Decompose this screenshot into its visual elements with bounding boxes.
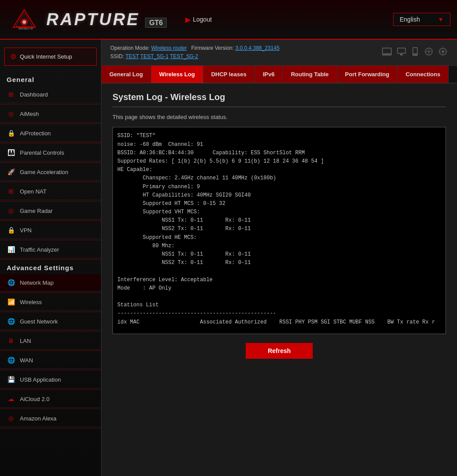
sidebar-item-label: AiCloud 2.0 (20, 396, 49, 402)
sidebar-item-aimesh[interactable]: ◎ AiMesh (0, 105, 101, 123)
device-icon (397, 48, 406, 56)
open-nat-icon: ⊞ (7, 188, 15, 195)
sidebar-item-wireless[interactable]: 📶 Wireless (0, 294, 101, 311)
light-icon (424, 47, 433, 56)
divider (0, 182, 101, 182)
tab-label: IPv6 (263, 71, 275, 78)
sidebar-item-label: WAN (20, 357, 33, 364)
sidebar-item-label: Game Radar (20, 208, 52, 214)
sidebar-item-game-radar[interactable]: ◎ Game Radar (0, 202, 101, 219)
op-mode-label: Operation Mode: (110, 45, 151, 51)
sidebar-item-game-acceleration[interactable]: 🚀 Game Acceleration (0, 164, 101, 181)
tab-label: Routing Table (291, 71, 329, 78)
sidebar-item-guest-network[interactable]: 🌐 Guest Network (0, 313, 101, 330)
language-selector[interactable]: English ▼ (393, 13, 450, 26)
sidebar-item-label: Open NAT (20, 188, 46, 195)
divider (0, 409, 101, 409)
log-text-area[interactable]: SSID: "TEST" noise: -68 dBm Channel: 91 … (113, 127, 446, 334)
sidebar-item-lan[interactable]: 🖥 LAN (0, 332, 101, 350)
header: REPUBLIC OF GAMERS RAPTURE GT6 ▶ Logout … (0, 0, 457, 40)
sidebar-item-usb-application[interactable]: 💾 USB Application (0, 371, 101, 388)
quick-setup-label: Quick Internet Setup (20, 53, 72, 60)
sidebar-item-aicloud[interactable]: ☁ AiCloud 2.0 (0, 390, 101, 408)
network-map-icon: 🌐 (7, 279, 15, 286)
svg-rect-14 (413, 48, 417, 53)
general-section-label: General (0, 72, 101, 86)
tab-label: Connections (405, 71, 440, 78)
aiprotection-icon: 🔒 (7, 130, 15, 137)
wan-icon: 🌐 (7, 357, 15, 364)
sidebar-item-label: Traffic Analyzer (20, 246, 59, 253)
fw-value[interactable]: 3.0.0.4.388_23145 (235, 45, 279, 51)
tab-label: DHCP leases (211, 71, 247, 78)
divider (0, 292, 101, 293)
svg-rect-9 (385, 55, 389, 56)
usb-icon-btn[interactable] (410, 46, 420, 59)
sidebar-item-label: Game Acceleration (20, 169, 68, 175)
sidebar-item-open-nat[interactable]: ⊞ Open NAT (0, 183, 101, 200)
divider (0, 259, 101, 260)
header-right: English ▼ (393, 13, 450, 26)
page-content: System Log - Wireless Log This page show… (101, 83, 457, 368)
ssid-test5g1[interactable]: TEST_5G-1 (140, 53, 169, 60)
fw-label: Firmware Version: (188, 45, 236, 51)
info-bar: Operation Mode: Wireless router Firmware… (101, 40, 457, 66)
ssid-line: SSID: TEST TEST_5G-1 TEST_5G-2 (110, 52, 280, 61)
sidebar-item-label: LAN (20, 338, 31, 344)
light-icon-btn[interactable] (423, 46, 434, 59)
operation-mode-line: Operation Mode: Wireless router Firmware… (110, 44, 280, 52)
lang-dropdown-icon: ▼ (438, 16, 444, 23)
title-divider (112, 107, 446, 107)
tab-ipv6[interactable]: IPv6 (255, 66, 283, 83)
network-icon-btn[interactable] (381, 47, 393, 58)
tab-port-forwarding[interactable]: Port Forwarding (337, 66, 397, 83)
refresh-button[interactable]: Refresh (246, 343, 313, 359)
ssid-test5g2[interactable]: TEST_5G-2 (170, 53, 198, 60)
lang-label: English (400, 16, 420, 23)
tab-navigation: General Log Wireless Log DHCP leases IPv… (101, 66, 457, 83)
tab-wireless-log[interactable]: Wireless Log (151, 66, 203, 83)
quick-setup-icon: ⚙ (10, 52, 16, 61)
ssid-test[interactable]: TEST (125, 53, 139, 60)
sidebar-item-label: Wireless (20, 299, 42, 305)
traffic-icon: 📊 (7, 246, 15, 253)
divider (0, 220, 101, 221)
divider (0, 428, 101, 428)
info-bar-icons (381, 46, 448, 59)
svg-text:GAMERS: GAMERS (20, 30, 30, 30)
page-title: System Log - Wireless Log (112, 92, 446, 102)
quick-internet-setup-button[interactable]: ⚙ Quick Internet Setup (4, 48, 97, 66)
log-container: SSID: "TEST" noise: -68 dBm Channel: 91 … (112, 127, 446, 334)
device-icon-btn[interactable] (396, 47, 407, 58)
sidebar-item-parental-controls[interactable]: 👪 Parental Controls (0, 144, 101, 161)
sidebar-item-amazon-alexa[interactable]: ◎ Amazon Alexa (0, 410, 101, 427)
aimesh-icon: ◎ (7, 110, 15, 117)
aicloud-icon: ☁ (7, 395, 15, 402)
game-radar-icon: ◎ (7, 207, 15, 214)
tab-label: General Log (109, 71, 143, 78)
lan-icon: 🖥 (7, 337, 15, 344)
tab-connections[interactable]: Connections (397, 66, 449, 83)
tab-dhcp-leases[interactable]: DHCP leases (203, 66, 255, 83)
sidebar-item-dashboard[interactable]: ⊞ Dashboard (0, 86, 101, 103)
sidebar-item-traffic-analyzer[interactable]: 📊 Traffic Analyzer (0, 241, 101, 258)
sidebar-item-label: AiMesh (20, 111, 39, 117)
info-bar-text: Operation Mode: Wireless router Firmware… (110, 44, 280, 61)
tab-general-log[interactable]: General Log (101, 66, 151, 83)
sidebar-item-vpn[interactable]: 🔒 VPN (0, 222, 101, 239)
brand-title: RAPTURE GT6 (46, 10, 167, 29)
sidebar-item-label: Guest Network (20, 318, 58, 325)
usb-icon: 💾 (7, 376, 15, 383)
settings-icon-btn[interactable] (438, 46, 448, 59)
divider (0, 104, 101, 104)
sidebar-item-aiprotection[interactable]: 🔒 AiProtection (0, 125, 101, 142)
sidebar-item-network-map[interactable]: 🌐 Network Map (0, 274, 101, 291)
logout-button[interactable]: ▶ Logout (180, 13, 217, 26)
op-mode-value[interactable]: Wireless router (151, 45, 187, 51)
tab-routing-table[interactable]: Routing Table (283, 66, 337, 83)
sidebar-item-wan[interactable]: 🌐 WAN (0, 352, 101, 369)
logo-area: REPUBLIC OF GAMERS RAPTURE GT6 ▶ Logout (7, 4, 217, 35)
sidebar-item-label: Parental Controls (20, 149, 64, 156)
divider (0, 389, 101, 390)
svg-rect-12 (400, 54, 403, 56)
